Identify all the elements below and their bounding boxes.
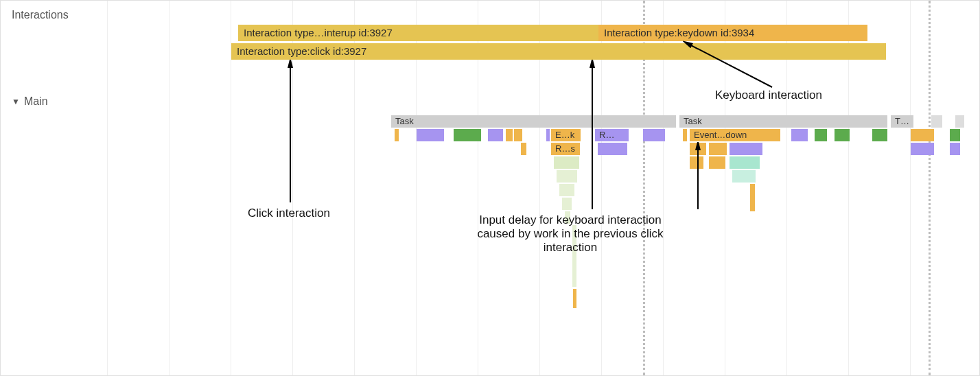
- flame-block[interactable]: [730, 156, 760, 169]
- flame-block[interactable]: [395, 129, 399, 141]
- interaction-pointerup[interactable]: Interaction type…interup id:3927: [238, 25, 598, 41]
- interaction-keydown[interactable]: Interaction type:keydown id:3934: [598, 25, 867, 41]
- flame-block[interactable]: [506, 129, 513, 141]
- flame-block-rs[interactable]: R…s: [551, 143, 580, 155]
- flame-block[interactable]: [562, 198, 572, 210]
- annotation-input-delay: Input delay for keyboard interaction cau…: [467, 213, 673, 255]
- flame-block[interactable]: [521, 143, 526, 155]
- flame-block[interactable]: [417, 129, 444, 141]
- task-block[interactable]: [955, 115, 964, 128]
- flame-block[interactable]: [872, 129, 887, 141]
- flame-block[interactable]: [815, 129, 827, 141]
- flame-block[interactable]: [730, 143, 762, 155]
- task-block[interactable]: Task: [391, 115, 676, 128]
- flame-block[interactable]: [911, 143, 934, 155]
- flame-block[interactable]: [557, 170, 577, 183]
- task-block[interactable]: [931, 115, 942, 128]
- task-block[interactable]: T…: [891, 115, 913, 128]
- flame-block[interactable]: [709, 156, 725, 169]
- interaction-click[interactable]: Interaction type:click id:3927: [231, 43, 886, 60]
- flame-block[interactable]: [559, 184, 574, 196]
- flame-block-ek[interactable]: E…k: [551, 129, 581, 141]
- performance-panel: Interactions Interaction type…interup id…: [0, 0, 980, 376]
- flame-block[interactable]: [911, 129, 934, 141]
- flame-block[interactable]: [573, 289, 576, 308]
- flame-block[interactable]: [950, 129, 960, 141]
- flame-block[interactable]: [683, 129, 687, 141]
- track-label-main-text: Main: [24, 95, 48, 107]
- disclosure-triangle-icon[interactable]: ▼: [12, 97, 20, 106]
- flame-block[interactable]: [835, 129, 850, 141]
- flame-block[interactable]: [690, 156, 703, 169]
- track-label-main[interactable]: ▼Main: [12, 95, 48, 108]
- flame-block[interactable]: [791, 129, 808, 141]
- task-block[interactable]: Task: [679, 115, 887, 128]
- flame-block[interactable]: [514, 129, 522, 141]
- flame-block[interactable]: [546, 129, 550, 141]
- annotation-keyboard: Keyboard interaction: [690, 89, 848, 102]
- annotation-click: Click interaction: [227, 207, 351, 220]
- flame-block[interactable]: [554, 156, 579, 169]
- timeline-marker: [929, 1, 931, 375]
- flame-block[interactable]: [454, 129, 481, 141]
- arrow-icon: [283, 60, 297, 204]
- flame-block[interactable]: [643, 129, 665, 141]
- flame-block[interactable]: [950, 143, 960, 155]
- flame-block[interactable]: [750, 184, 755, 211]
- track-label-interactions: Interactions: [12, 9, 69, 21]
- flame-block-r[interactable]: R…: [595, 129, 629, 141]
- flame-block-eventdown[interactable]: Event…down: [690, 129, 780, 141]
- flame-block[interactable]: [732, 170, 756, 183]
- flame-block[interactable]: [709, 143, 727, 155]
- flame-block[interactable]: [598, 143, 627, 155]
- flame-block[interactable]: [488, 129, 503, 141]
- flame-block[interactable]: [690, 143, 706, 155]
